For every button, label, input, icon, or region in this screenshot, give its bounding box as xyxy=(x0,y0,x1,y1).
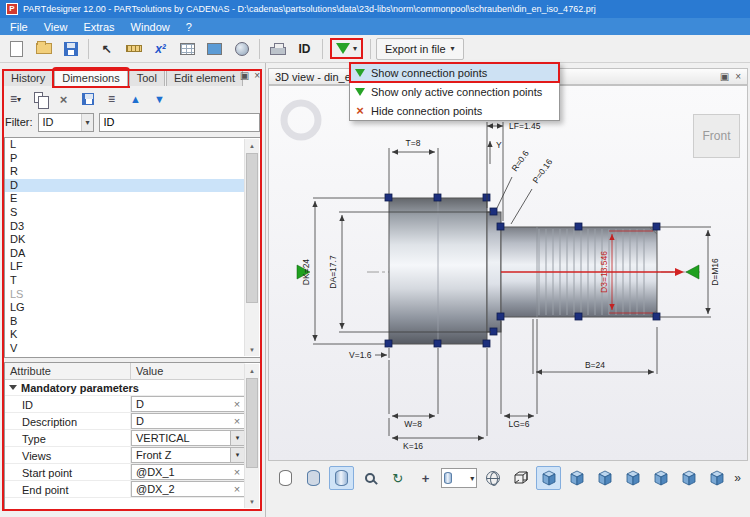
scroll-up-icon[interactable]: ▲ xyxy=(245,139,259,152)
list-item[interactable]: LF xyxy=(5,260,244,274)
open-button[interactable] xyxy=(31,38,56,60)
zoom-button[interactable] xyxy=(357,466,382,490)
list-scrollbar[interactable]: ▲ ▼ xyxy=(244,139,259,356)
tab-dimensions[interactable]: Dimensions xyxy=(54,69,127,86)
menu-help[interactable]: ? xyxy=(178,20,200,34)
value-dropdown[interactable]: VERTICAL ▾ xyxy=(131,430,245,446)
print-button[interactable] xyxy=(265,38,290,60)
list-item[interactable]: T xyxy=(5,274,244,288)
measure-button[interactable] xyxy=(121,38,146,60)
property-row: End point @DX_2 × xyxy=(5,481,245,498)
move-down-button[interactable]: ▼ xyxy=(149,89,170,109)
list-item[interactable]: K xyxy=(5,328,244,342)
list-item[interactable]: D3 xyxy=(5,220,244,234)
value-field[interactable]: D × xyxy=(131,396,245,412)
list-item[interactable]: S xyxy=(5,206,244,220)
pan-button[interactable]: + xyxy=(413,466,438,490)
chevron-down-icon[interactable]: ▾ xyxy=(230,431,244,445)
list-item[interactable]: V xyxy=(5,342,244,356)
attributes-button[interactable] xyxy=(202,38,227,60)
select-button[interactable]: ↖ xyxy=(94,38,119,60)
parameter-list[interactable]: L P R D E S D3 DK DA LF T LS LG B K V ▲ … xyxy=(4,137,261,358)
list-item-selected[interactable]: D xyxy=(5,179,244,193)
tab-tool[interactable]: Tool xyxy=(129,69,165,86)
formula-button[interactable]: x² xyxy=(148,38,173,60)
wireframe-cube-button[interactable] xyxy=(508,466,533,490)
cylinder-shaded-button[interactable] xyxy=(329,466,354,490)
chevron-down-icon: ▾ xyxy=(470,474,474,483)
view-cube-button-6[interactable] xyxy=(704,466,729,490)
save-list-button[interactable] xyxy=(77,89,98,109)
front-view-button[interactable]: Front xyxy=(693,114,740,158)
render-mode-dropdown[interactable]: ▾ xyxy=(441,468,477,488)
tab-edit-element[interactable]: Edit element xyxy=(166,69,243,86)
view-cube-button-4[interactable] xyxy=(648,466,673,490)
list-item[interactable]: LG xyxy=(5,301,244,315)
drawing-viewport[interactable]: T=8 LF=1.45 Y R=0.6 P=0.16 DK=24 DA=17.7… xyxy=(268,85,748,461)
new-file-button[interactable] xyxy=(4,38,29,60)
close-panel-icon[interactable]: × xyxy=(735,71,741,82)
view-cube-button-1[interactable] xyxy=(564,466,589,490)
tab-history[interactable]: History xyxy=(3,69,53,86)
scroll-down-icon[interactable]: ▼ xyxy=(245,495,259,508)
save-button[interactable] xyxy=(58,38,83,60)
shaded-cube-button[interactable] xyxy=(536,466,561,490)
id-button[interactable]: ID xyxy=(292,38,317,60)
list-item[interactable]: LS xyxy=(5,288,244,302)
menu-item-show-connection-points[interactable]: Show connection points xyxy=(350,63,559,82)
screw-geometry[interactable] xyxy=(389,198,657,344)
chevron-down-icon[interactable]: ▾ xyxy=(230,448,244,462)
clear-icon[interactable]: × xyxy=(230,466,244,478)
list-item[interactable]: B xyxy=(5,315,244,329)
view-cube-button-5[interactable] xyxy=(676,466,701,490)
table-scrollbar[interactable]: ▲ ▼ xyxy=(244,364,259,508)
scrollbar-thumb[interactable] xyxy=(246,378,258,468)
delete-button[interactable]: × xyxy=(53,89,74,109)
title-bar: P PARTdesigner 12.00 - PARTsolutions by … xyxy=(0,0,750,18)
copy-button[interactable] xyxy=(29,89,50,109)
list-item[interactable]: L xyxy=(5,138,244,152)
move-up-button[interactable]: ▲ xyxy=(125,89,146,109)
list-view-button[interactable]: ≡ xyxy=(101,89,122,109)
menu-extras[interactable]: Extras xyxy=(75,20,122,34)
clear-icon[interactable]: × xyxy=(230,415,244,427)
float-panel-icon[interactable]: ▣ xyxy=(720,71,729,82)
connection-points-dropdown-button[interactable]: ▾ xyxy=(332,40,361,57)
scroll-up-icon[interactable]: ▲ xyxy=(245,364,259,377)
menu-item-show-only-active-connection-points[interactable]: Show only active connection points xyxy=(350,82,559,101)
menu-file[interactable]: File xyxy=(2,20,36,34)
mandatory-parameters-group[interactable]: Mandatory parameters xyxy=(5,380,245,396)
list-item[interactable]: DA xyxy=(5,247,244,261)
export-in-file-button[interactable]: Export in file ▾ xyxy=(376,38,464,60)
scrollbar-thumb[interactable] xyxy=(246,153,258,303)
menu-item-hide-connection-points[interactable]: × Hide connection points xyxy=(350,101,559,120)
list-item[interactable]: R xyxy=(5,165,244,179)
technical-drawing[interactable]: T=8 LF=1.45 Y R=0.6 P=0.16 DK=24 DA=17.7… xyxy=(269,86,747,461)
cylinder-flat-button[interactable] xyxy=(301,466,326,490)
list-item[interactable]: DK xyxy=(5,233,244,247)
value-field[interactable]: @DX_1 × xyxy=(131,464,245,480)
float-panel-icon[interactable]: ▣ xyxy=(240,70,249,81)
filter-input[interactable] xyxy=(99,113,261,132)
view-cube-button-2[interactable] xyxy=(592,466,617,490)
clear-icon[interactable]: × xyxy=(230,483,244,495)
perspective-button[interactable] xyxy=(480,466,505,490)
cylinder-wireframe-button[interactable] xyxy=(273,466,298,490)
scroll-down-icon[interactable]: ▼ xyxy=(245,343,259,356)
list-item[interactable]: E xyxy=(5,192,244,206)
list-item[interactable]: P xyxy=(5,152,244,166)
part-button[interactable] xyxy=(229,38,254,60)
value-field[interactable]: D × xyxy=(131,413,245,429)
filter-field-dropdown[interactable]: ID ▾ xyxy=(38,113,94,132)
view-cube-button-3[interactable] xyxy=(620,466,645,490)
menu-view[interactable]: View xyxy=(36,20,76,34)
menu-window[interactable]: Window xyxy=(123,20,178,34)
clear-icon[interactable]: × xyxy=(230,398,244,410)
value-dropdown[interactable]: Front Z ▾ xyxy=(131,447,245,463)
close-panel-icon[interactable]: × xyxy=(254,70,260,81)
table-button[interactable] xyxy=(175,38,200,60)
orbit-button[interactable]: ↻ xyxy=(385,466,410,490)
value-field[interactable]: @DX_2 × xyxy=(131,481,245,497)
list-menu-button[interactable]: ≡▾ xyxy=(5,89,26,109)
more-tools-button[interactable]: » xyxy=(732,471,743,485)
